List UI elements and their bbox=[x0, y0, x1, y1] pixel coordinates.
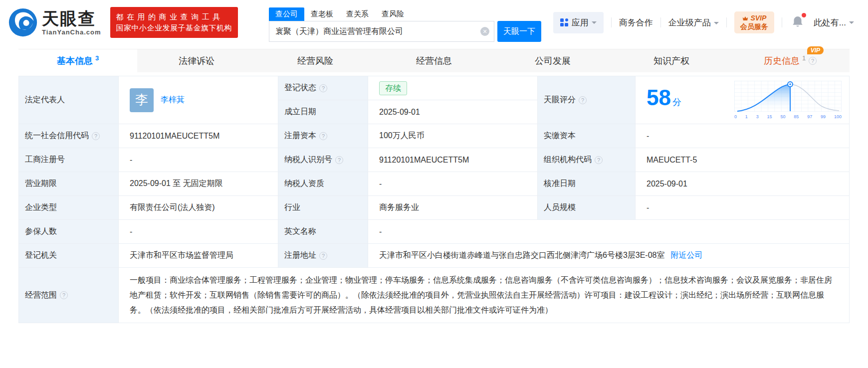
tab-operation-info[interactable]: 经营信息 bbox=[375, 49, 493, 72]
field-value-reg-no: - bbox=[119, 148, 278, 172]
field-value-authority: 天津市和平区市场监督管理局 bbox=[119, 244, 278, 268]
help-icon[interactable]: ? bbox=[92, 132, 100, 140]
tab-count: 1 bbox=[802, 54, 806, 62]
field-value-est-date: 2025-09-01 bbox=[368, 100, 538, 124]
notification-dot bbox=[802, 13, 806, 17]
search-tab-company[interactable]: 查公司 bbox=[269, 7, 304, 21]
vip-badge: VIP bbox=[807, 46, 824, 54]
field-value-paid-capital: - bbox=[636, 124, 850, 148]
clear-icon[interactable]: ✕ bbox=[480, 27, 489, 36]
field-label-industry: 行业 bbox=[278, 196, 368, 220]
search-tab-boss[interactable]: 查老板 bbox=[304, 7, 340, 21]
legal-rep-link[interactable]: 李梓萁 bbox=[161, 95, 185, 105]
tianyancha-logo-icon bbox=[8, 7, 38, 37]
tab-intellectual-property[interactable]: 知识产权 bbox=[612, 49, 731, 72]
tab-count: 3 bbox=[95, 54, 99, 62]
search-input[interactable] bbox=[269, 21, 494, 42]
field-value-scope: 一般项目：商业综合体管理服务；工程管理服务；企业管理；物业管理；停车场服务；信息… bbox=[119, 268, 850, 323]
slogan-badge: 都在用的商业查询工具 国家中小企业发展子基金旗下机构 bbox=[110, 7, 238, 38]
top-right-nav: 应用 商务合作 企业级产品 SVIP 会员服务 此处有... bbox=[553, 11, 854, 33]
field-value-staff: - bbox=[636, 196, 850, 220]
status-badge: 存续 bbox=[379, 81, 407, 95]
svip-member-button[interactable]: SVIP 会员服务 bbox=[734, 11, 774, 33]
tab-legal-proceedings[interactable]: 法律诉讼 bbox=[137, 49, 256, 72]
help-icon[interactable]: ? bbox=[595, 156, 603, 164]
slogan-line2: 国家中小企业发展子基金旗下机构 bbox=[116, 22, 232, 33]
divider bbox=[660, 17, 661, 27]
field-label-legal-rep: 法定代表人 bbox=[19, 76, 119, 124]
field-label-reg-capital: 注册资本? bbox=[278, 124, 368, 148]
search-button[interactable]: 天眼一下 bbox=[497, 21, 541, 42]
tab-basic-info[interactable]: 基本信息3 bbox=[18, 49, 137, 72]
field-label-address: 注册地址? bbox=[278, 244, 368, 268]
help-icon[interactable]: ? bbox=[335, 156, 343, 164]
help-icon[interactable]: ? bbox=[319, 252, 327, 260]
help-icon[interactable]: ? bbox=[319, 132, 327, 140]
help-icon[interactable]: ? bbox=[809, 57, 817, 65]
score-value: 58分 bbox=[647, 87, 681, 113]
nearby-companies-link[interactable]: 附近公司 bbox=[671, 250, 703, 261]
tianyancha-logo[interactable]: 天眼查 TianYanCha.com bbox=[8, 7, 101, 37]
enterprise-products-link[interactable]: 企业级产品 bbox=[668, 17, 719, 28]
search-tab-risk[interactable]: 查风险 bbox=[375, 7, 411, 21]
field-value-score: 58分 bbox=[636, 76, 850, 124]
field-label-taxpayer-id: 纳税人识别号? bbox=[278, 148, 368, 172]
field-label-scope: 经营范围? bbox=[19, 268, 119, 323]
divider bbox=[726, 17, 727, 27]
field-label-approval-date: 核准日期 bbox=[538, 172, 636, 196]
basic-info-table: 法定代表人 李 李梓萁 登记状态? 存续 成立日期 2025-09-01 天眼评… bbox=[18, 76, 850, 323]
apps-label: 应用 bbox=[572, 17, 589, 28]
slogan-line1: 都在用的商业查询工具 bbox=[116, 11, 232, 22]
help-icon[interactable]: ? bbox=[60, 291, 68, 299]
business-cooperation-link[interactable]: 商务合作 bbox=[619, 17, 653, 28]
field-value-insured: - bbox=[119, 220, 278, 244]
divider bbox=[611, 17, 612, 27]
field-label-taxpayer-qual: 纳税人资质 bbox=[278, 172, 368, 196]
field-value-taxpayer-qual: - bbox=[368, 172, 538, 196]
field-label-org-code: 组织机构代码? bbox=[538, 148, 636, 172]
help-icon[interactable]: ? bbox=[579, 96, 587, 104]
profile-name: 此处有... bbox=[814, 17, 846, 28]
profile-menu[interactable]: 此处有... bbox=[814, 17, 854, 28]
field-value-uscc: 91120101MAEUCETT5M bbox=[119, 124, 278, 148]
chevron-down-icon bbox=[592, 21, 597, 26]
field-label-reg-no: 工商注册号 bbox=[19, 148, 119, 172]
field-label-company-type: 企业类型 bbox=[19, 196, 119, 220]
field-value-company-type: 有限责任公司(法人独资) bbox=[119, 196, 278, 220]
header: 天眼查 TianYanCha.com 都在用的商业查询工具 国家中小企业发展子基… bbox=[0, 0, 868, 45]
apps-button[interactable]: 应用 bbox=[553, 12, 604, 33]
field-value-taxpayer-id: 91120101MAEUCETT5M bbox=[368, 148, 538, 172]
legal-rep-avatar[interactable]: 李 bbox=[130, 88, 154, 112]
field-value-legal-rep: 李 李梓萁 bbox=[119, 76, 278, 124]
divider bbox=[782, 17, 782, 27]
field-label-insured: 参保人数 bbox=[19, 220, 119, 244]
field-value-english-name: - bbox=[368, 220, 850, 244]
score-chart-axis: 0131550859799100 bbox=[734, 114, 842, 119]
crown-icon bbox=[742, 15, 749, 22]
field-label-reg-status: 登记状态? bbox=[278, 76, 368, 100]
score-chart: 0131550859799100 bbox=[734, 81, 843, 119]
tab-company-development[interactable]: 公司发展 bbox=[493, 49, 612, 72]
search-tab-relation[interactable]: 查关系 bbox=[340, 7, 375, 21]
tab-operation-risk[interactable]: 经营风险 bbox=[256, 49, 375, 72]
field-label-score: 天眼评分? bbox=[538, 76, 636, 124]
search-area: 查公司 查老板 查关系 查风险 ✕ 天眼一下 bbox=[269, 6, 541, 42]
chevron-down-icon bbox=[849, 21, 854, 26]
field-value-industry: 商务服务业 bbox=[368, 196, 538, 220]
field-value-approval-date: 2025-09-01 bbox=[636, 172, 850, 196]
field-value-address: 天津市和平区小白楼街道赤峰道与张自忠路交口西北侧津湾广场6号楼3层3E-08室 … bbox=[368, 244, 850, 268]
field-label-authority: 登记机关 bbox=[19, 244, 119, 268]
field-value-reg-status: 存续 bbox=[368, 76, 538, 100]
notification-bell-icon[interactable] bbox=[792, 15, 804, 30]
field-label-paid-capital: 实缴资本 bbox=[538, 124, 636, 148]
field-value-reg-capital: 100万人民币 bbox=[368, 124, 538, 148]
brand-name: 天眼查 bbox=[42, 9, 101, 27]
search-tabs: 查公司 查老板 查关系 查风险 bbox=[269, 6, 541, 21]
field-value-org-code: MAEUCETT-5 bbox=[636, 148, 850, 172]
field-label-english-name: 英文名称 bbox=[278, 220, 368, 244]
field-value-term: 2025-09-01 至 无固定期限 bbox=[119, 172, 278, 196]
field-label-est-date: 成立日期 bbox=[278, 100, 368, 124]
tab-history-info[interactable]: VIP 历史信息 1 ? bbox=[731, 49, 850, 72]
chevron-down-icon bbox=[714, 22, 719, 27]
help-icon[interactable]: ? bbox=[319, 84, 327, 92]
